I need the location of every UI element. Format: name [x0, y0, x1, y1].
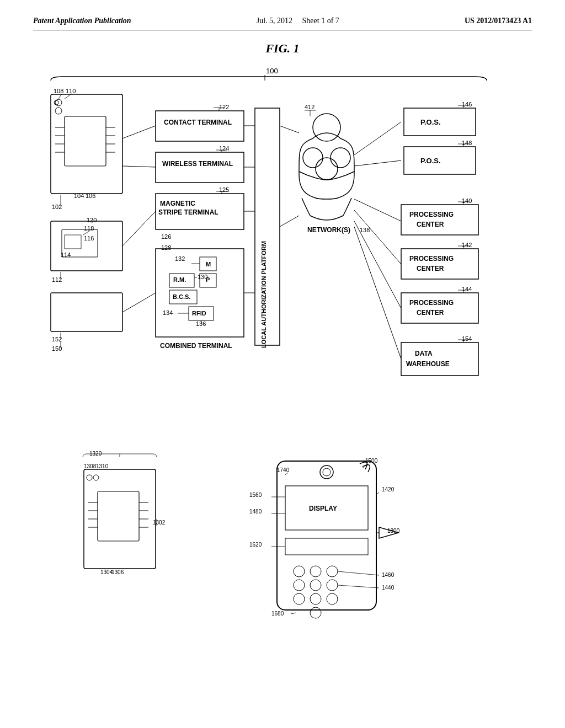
processing2-label1: PROCESSING	[409, 255, 454, 263]
ref-1500: 1500	[365, 458, 378, 464]
ref-1560: 1560	[249, 492, 262, 498]
header-right: US 2012/0173423 A1	[465, 17, 532, 25]
bcs-label: B.C.S.	[173, 293, 190, 300]
figure-title: FIG. 1	[33, 41, 532, 56]
svg-point-90	[93, 475, 99, 480]
ref-1320: 1320	[89, 451, 102, 457]
svg-line-76	[354, 221, 401, 308]
svg-line-75	[354, 210, 401, 264]
bottom-svg: 1308 1310 1304 1306 1302 1320	[34, 447, 531, 624]
ref-1306: 1306	[111, 569, 124, 575]
svg-line-72	[354, 122, 401, 155]
ref-1620: 1620	[249, 542, 262, 548]
svg-rect-23	[51, 293, 122, 331]
ref-1460: 1460	[382, 572, 395, 578]
svg-rect-80	[98, 491, 139, 541]
processing3-label1: PROCESSING	[409, 299, 454, 307]
main-svg: 100	[34, 61, 531, 436]
ref-1440: 1440	[382, 585, 395, 591]
header-left: Patent Application Publication	[33, 17, 131, 25]
ref-1310: 1310	[96, 463, 109, 469]
network-label: NETWORK(S)	[307, 226, 350, 234]
main-diagram: 100	[34, 61, 531, 624]
processing3-label2: CENTER	[417, 309, 444, 317]
svg-line-73	[354, 160, 401, 166]
svg-point-98	[327, 566, 338, 577]
svg-point-100	[310, 580, 321, 591]
data-warehouse-label2: WAREHOUSE	[406, 360, 450, 368]
svg-point-48	[303, 148, 323, 168]
svg-line-77	[354, 227, 401, 359]
svg-point-49	[331, 148, 350, 168]
ref-122: 122	[219, 104, 229, 110]
svg-point-104	[327, 593, 338, 604]
svg-line-56	[280, 216, 299, 227]
pos1-label: P.O.S.	[420, 118, 441, 126]
processing1-label2: CENTER	[417, 221, 444, 228]
ref-106: 106	[86, 192, 95, 199]
pos2-label: P.O.S.	[420, 157, 441, 165]
data-warehouse-label1: DATA	[415, 350, 433, 357]
svg-line-78	[122, 166, 156, 167]
svg-line-20	[83, 231, 89, 235]
header-center: Jul. 5, 2012 Sheet 1 of 7	[257, 17, 339, 25]
header-date: Jul. 5, 2012	[257, 17, 292, 25]
svg-point-99	[294, 580, 305, 591]
wireless-terminal-label: WIRELESS TERMINAL	[162, 160, 233, 168]
page-header: Patent Application Publication Jul. 5, 2…	[33, 17, 532, 30]
svg-point-97	[310, 566, 321, 577]
ref-134: 134	[163, 309, 173, 316]
svg-rect-2	[65, 116, 106, 166]
svg-point-89	[87, 475, 92, 480]
ref-1680: 1680	[271, 611, 284, 617]
svg-rect-70	[401, 342, 478, 376]
svg-rect-93	[277, 461, 376, 610]
ref-118: 118	[84, 225, 94, 232]
svg-point-103	[310, 593, 321, 604]
processing2-label2: CENTER	[417, 265, 444, 272]
ref-138: 138	[360, 227, 370, 233]
ref-108: 108	[54, 88, 63, 94]
p-label: P	[206, 276, 210, 283]
ref-116: 116	[84, 235, 94, 242]
contact-terminal-label: CONTACT TERMINAL	[164, 119, 232, 126]
ref-128: 128	[161, 244, 171, 251]
rm-label: R.M.	[173, 276, 186, 283]
ref-1308: 1308	[84, 463, 97, 469]
ref-136: 136	[196, 320, 206, 327]
svg-point-13	[54, 100, 58, 105]
svg-line-55	[280, 126, 299, 133]
diagram-container: 100	[34, 61, 531, 436]
ref-412: 412	[305, 104, 315, 110]
ref-1302: 1302	[153, 520, 166, 526]
ref-132: 132	[175, 255, 185, 262]
svg-point-12	[55, 108, 62, 114]
svg-point-50	[316, 158, 338, 180]
svg-point-107	[323, 468, 331, 476]
svg-line-59	[122, 293, 156, 312]
svg-point-102	[294, 593, 305, 604]
svg-rect-66	[401, 249, 478, 279]
display-label: DISPLAY	[309, 505, 337, 512]
ref-100: 100	[266, 67, 278, 75]
ref-125: 125	[219, 186, 229, 193]
ref-114: 114	[61, 251, 71, 258]
svg-point-96	[294, 566, 305, 577]
svg-line-57	[122, 126, 156, 138]
bottom-diagrams: 1308 1310 1304 1306 1302 1320	[34, 447, 531, 624]
svg-line-114	[338, 571, 379, 575]
svg-line-115	[338, 585, 379, 588]
ref-126: 126	[161, 233, 171, 240]
svg-point-47	[313, 114, 340, 141]
svg-line-116	[291, 613, 296, 614]
rfid-label: RFID	[192, 310, 206, 317]
svg-rect-45	[255, 108, 280, 345]
svg-rect-68	[401, 293, 478, 323]
svg-rect-64	[401, 205, 478, 235]
ref-120: 120	[87, 217, 97, 223]
ref-124: 124	[219, 145, 229, 152]
svg-point-105	[310, 607, 321, 618]
processing1-label1: PROCESSING	[409, 211, 454, 218]
ref-1740: 1740	[277, 467, 290, 473]
svg-rect-19	[65, 235, 81, 249]
